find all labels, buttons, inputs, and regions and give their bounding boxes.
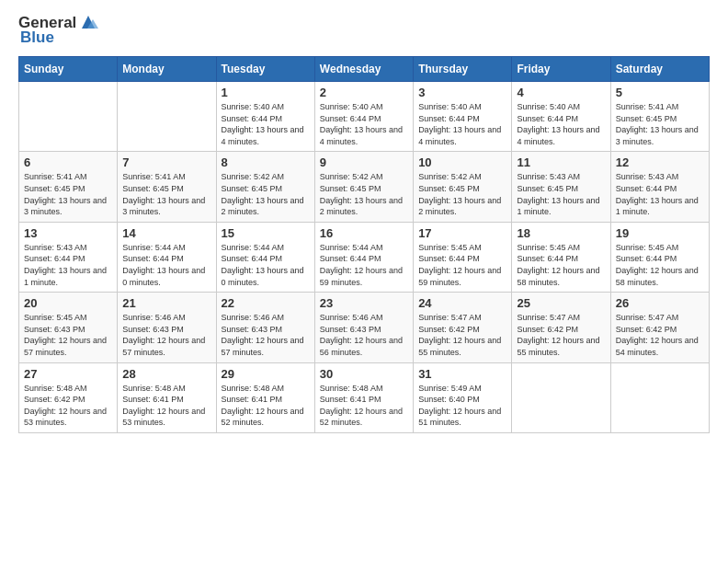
calendar-cell: 2Sunrise: 5:40 AM Sunset: 6:44 PM Daylig… [314,82,413,152]
day-number: 11 [517,155,605,169]
day-info: Sunrise: 5:48 AM Sunset: 6:41 PM Dayligh… [222,383,310,429]
day-info: Sunrise: 5:46 AM Sunset: 6:43 PM Dayligh… [320,312,408,358]
day-number: 21 [122,296,210,310]
day-number: 26 [616,296,704,310]
day-number: 17 [418,226,506,240]
calendar-cell: 14Sunrise: 5:44 AM Sunset: 6:44 PM Dayli… [118,222,216,292]
calendar-cell: 16Sunrise: 5:44 AM Sunset: 6:44 PM Dayli… [314,222,413,292]
day-info: Sunrise: 5:45 AM Sunset: 6:44 PM Dayligh… [418,242,506,288]
calendar-cell: 23Sunrise: 5:46 AM Sunset: 6:43 PM Dayli… [314,293,413,362]
weekday-header: Wednesday [314,57,413,82]
calendar-cell: 10Sunrise: 5:42 AM Sunset: 6:45 PM Dayli… [414,152,512,222]
day-number: 10 [418,155,506,169]
day-info: Sunrise: 5:49 AM Sunset: 6:40 PM Dayligh… [418,383,506,429]
weekday-header: Saturday [610,57,709,82]
day-info: Sunrise: 5:47 AM Sunset: 6:42 PM Dayligh… [616,312,704,358]
day-number: 16 [320,226,408,240]
calendar-cell: 21Sunrise: 5:46 AM Sunset: 6:43 PM Dayli… [118,293,216,362]
day-number: 7 [122,155,210,169]
calendar-cell: 7Sunrise: 5:41 AM Sunset: 6:45 PM Daylig… [118,152,216,222]
day-info: Sunrise: 5:41 AM Sunset: 6:45 PM Dayligh… [24,171,112,217]
day-number: 3 [418,86,506,99]
day-info: Sunrise: 5:43 AM Sunset: 6:44 PM Dayligh… [24,242,112,288]
weekday-header: Sunday [19,57,118,82]
calendar-cell: 1Sunrise: 5:40 AM Sunset: 6:44 PM Daylig… [216,82,314,152]
day-number: 2 [320,86,408,99]
day-info: Sunrise: 5:48 AM Sunset: 6:41 PM Dayligh… [320,383,408,429]
calendar-cell [19,82,118,152]
day-info: Sunrise: 5:48 AM Sunset: 6:42 PM Dayligh… [24,383,112,429]
day-number: 12 [616,155,704,169]
day-number: 9 [320,155,408,169]
calendar-cell: 30Sunrise: 5:48 AM Sunset: 6:41 PM Dayli… [314,362,413,432]
day-info: Sunrise: 5:40 AM Sunset: 6:44 PM Dayligh… [320,101,408,147]
day-info: Sunrise: 5:47 AM Sunset: 6:42 PM Dayligh… [517,312,605,358]
calendar-cell: 27Sunrise: 5:48 AM Sunset: 6:42 PM Dayli… [19,362,118,432]
calendar-cell: 8Sunrise: 5:42 AM Sunset: 6:45 PM Daylig… [216,152,314,222]
day-number: 25 [517,296,605,310]
day-info: Sunrise: 5:43 AM Sunset: 6:44 PM Dayligh… [616,171,704,217]
day-info: Sunrise: 5:48 AM Sunset: 6:41 PM Dayligh… [122,383,210,429]
calendar-cell: 20Sunrise: 5:45 AM Sunset: 6:43 PM Dayli… [19,293,118,362]
header: General Blue [18,14,710,47]
calendar-cell: 28Sunrise: 5:48 AM Sunset: 6:41 PM Dayli… [118,362,216,432]
calendar-cell [512,362,610,432]
day-number: 19 [616,226,704,240]
day-info: Sunrise: 5:47 AM Sunset: 6:42 PM Dayligh… [418,312,506,358]
logo-icon [78,12,98,32]
day-number: 8 [222,155,310,169]
calendar-cell: 29Sunrise: 5:48 AM Sunset: 6:41 PM Dayli… [216,362,314,432]
day-number: 14 [122,226,210,240]
day-number: 27 [24,367,112,381]
day-info: Sunrise: 5:42 AM Sunset: 6:45 PM Dayligh… [222,171,310,217]
calendar-table: SundayMondayTuesdayWednesdayThursdayFrid… [18,56,710,433]
day-number: 5 [616,86,704,99]
calendar-cell [610,362,709,432]
day-info: Sunrise: 5:46 AM Sunset: 6:43 PM Dayligh… [222,312,310,358]
day-number: 24 [418,296,506,310]
page: General Blue SundayMondayTuesdayWednesda… [0,0,728,563]
day-info: Sunrise: 5:44 AM Sunset: 6:44 PM Dayligh… [222,242,310,288]
day-info: Sunrise: 5:40 AM Sunset: 6:44 PM Dayligh… [418,101,506,147]
day-number: 6 [24,155,112,169]
logo-blue: Blue [20,29,54,47]
calendar-cell: 12Sunrise: 5:43 AM Sunset: 6:44 PM Dayli… [610,152,709,222]
day-number: 30 [320,367,408,381]
calendar-cell: 3Sunrise: 5:40 AM Sunset: 6:44 PM Daylig… [414,82,512,152]
day-number: 28 [122,367,210,381]
day-number: 20 [24,296,112,310]
calendar-cell: 5Sunrise: 5:41 AM Sunset: 6:45 PM Daylig… [610,82,709,152]
calendar-cell: 13Sunrise: 5:43 AM Sunset: 6:44 PM Dayli… [19,222,118,292]
day-number: 4 [517,86,605,99]
day-info: Sunrise: 5:45 AM Sunset: 6:44 PM Dayligh… [616,242,704,288]
day-info: Sunrise: 5:40 AM Sunset: 6:44 PM Dayligh… [517,101,605,147]
day-info: Sunrise: 5:44 AM Sunset: 6:44 PM Dayligh… [122,242,210,288]
day-info: Sunrise: 5:41 AM Sunset: 6:45 PM Dayligh… [616,101,704,147]
calendar-cell: 9Sunrise: 5:42 AM Sunset: 6:45 PM Daylig… [314,152,413,222]
weekday-header: Thursday [414,57,512,82]
day-info: Sunrise: 5:45 AM Sunset: 6:43 PM Dayligh… [24,312,112,358]
calendar-cell: 24Sunrise: 5:47 AM Sunset: 6:42 PM Dayli… [414,293,512,362]
weekday-header: Friday [512,57,610,82]
day-info: Sunrise: 5:41 AM Sunset: 6:45 PM Dayligh… [122,171,210,217]
day-number: 15 [222,226,310,240]
day-number: 29 [222,367,310,381]
day-number: 23 [320,296,408,310]
calendar-cell: 25Sunrise: 5:47 AM Sunset: 6:42 PM Dayli… [512,293,610,362]
day-info: Sunrise: 5:43 AM Sunset: 6:45 PM Dayligh… [517,171,605,217]
calendar-cell: 26Sunrise: 5:47 AM Sunset: 6:42 PM Dayli… [610,293,709,362]
calendar-cell: 19Sunrise: 5:45 AM Sunset: 6:44 PM Dayli… [610,222,709,292]
calendar-cell: 4Sunrise: 5:40 AM Sunset: 6:44 PM Daylig… [512,82,610,152]
logo: General Blue [18,14,98,47]
calendar-cell [118,82,216,152]
day-number: 18 [517,226,605,240]
day-info: Sunrise: 5:44 AM Sunset: 6:44 PM Dayligh… [320,242,408,288]
calendar-cell: 6Sunrise: 5:41 AM Sunset: 6:45 PM Daylig… [19,152,118,222]
calendar-cell: 11Sunrise: 5:43 AM Sunset: 6:45 PM Dayli… [512,152,610,222]
weekday-header: Tuesday [216,57,314,82]
day-info: Sunrise: 5:42 AM Sunset: 6:45 PM Dayligh… [418,171,506,217]
calendar-cell: 22Sunrise: 5:46 AM Sunset: 6:43 PM Dayli… [216,293,314,362]
day-info: Sunrise: 5:46 AM Sunset: 6:43 PM Dayligh… [122,312,210,358]
calendar-cell: 18Sunrise: 5:45 AM Sunset: 6:44 PM Dayli… [512,222,610,292]
day-number: 13 [24,226,112,240]
